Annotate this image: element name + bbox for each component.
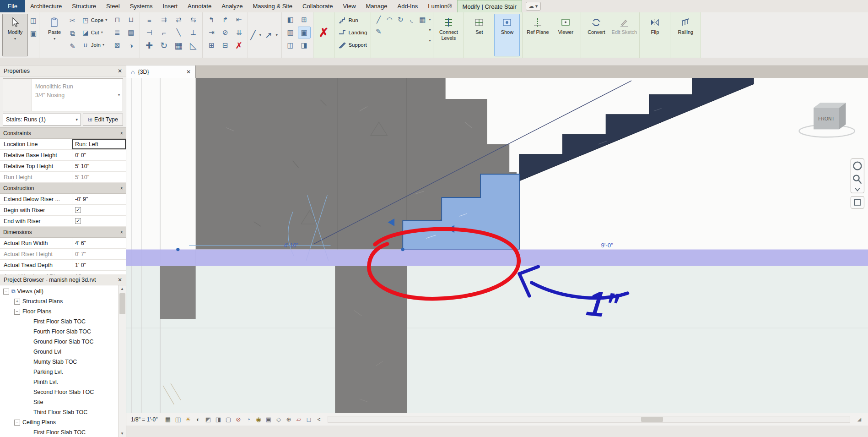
project-browser-titlebar[interactable]: Project Browser - manish negi 3d.rvt ✕ xyxy=(0,274,126,285)
u-shape-tool-icon[interactable]: ▦ xyxy=(417,14,427,26)
menu-tab-add-ins[interactable]: Add-Ins xyxy=(393,0,423,12)
properties-close-icon[interactable]: ✕ xyxy=(118,68,122,74)
apply-coping-icon[interactable]: ⊓ xyxy=(111,14,124,26)
unhide-icon[interactable]: ⊟ xyxy=(219,39,232,51)
tree-item-structural-plans[interactable]: +Structural Plans xyxy=(0,296,126,306)
flip-button[interactable]: Flip xyxy=(642,14,668,56)
pencil-tool-icon[interactable]: ✎ xyxy=(373,26,383,38)
tree-item-views-all[interactable]: −⧉Views (all) xyxy=(0,286,126,296)
select-box-icon[interactable]: ◫ xyxy=(30,15,37,27)
lower-icon[interactable]: ⇊ xyxy=(232,27,245,38)
paint-icon[interactable]: ◑ xyxy=(124,39,137,51)
beam-joins-icon[interactable]: ≣ xyxy=(111,27,124,38)
tree-item-second-floor-slab-toc[interactable]: Second Floor Slab TOC xyxy=(0,387,126,397)
view-tab-3d[interactable]: ⌂ {3D} ✕ xyxy=(126,66,196,78)
support-button[interactable]: Support xyxy=(337,38,368,51)
analytical-model-icon[interactable]: ◻ xyxy=(305,415,313,424)
scroll-down-icon[interactable]: ▼ xyxy=(119,430,126,437)
property-value[interactable]: 4' 6" xyxy=(72,238,126,248)
horizontal-scroll-thumb[interactable] xyxy=(641,417,663,422)
drawing-canvas[interactable]: 4'-10" 9'-0" FRONT xyxy=(126,78,868,413)
reveal-hidden-elements-icon[interactable]: ◉ xyxy=(254,415,263,424)
tree-item-ground-floor-slab-toc[interactable]: Ground Floor Slab TOC xyxy=(0,337,126,347)
rendering-dialog-icon[interactable]: ◩ xyxy=(204,415,213,424)
array-icon[interactable]: ▦ xyxy=(172,39,185,51)
unjoin-icon[interactable]: ⊘ xyxy=(219,27,232,38)
menu-tab-file[interactable]: File xyxy=(0,0,25,12)
insulation-icon[interactable]: ◫ xyxy=(284,39,297,51)
property-value[interactable]: 0' 0" xyxy=(72,150,126,160)
tree-item-mumty-slab-toc[interactable]: Mumty Slab TOC xyxy=(0,357,126,367)
properties-titlebar[interactable]: Properties ✕ xyxy=(0,66,126,76)
detail-level-icon[interactable]: ▦ xyxy=(164,415,173,424)
wall-joins-icon[interactable]: ▤ xyxy=(124,27,137,38)
set-button[interactable]: Set xyxy=(466,14,492,56)
aligned-dimension-icon[interactable]: ↗ xyxy=(265,29,272,41)
convert-button[interactable]: Convert xyxy=(583,14,609,56)
slab-highlight[interactable] xyxy=(126,250,868,266)
property-value[interactable]: 5' 10" xyxy=(72,161,126,171)
menu-tab-insert[interactable]: Insert xyxy=(158,0,183,12)
trim-multi-icon[interactable]: ↱ xyxy=(219,14,232,26)
extend-multi-icon[interactable]: ⇥ xyxy=(205,27,218,38)
hide-crop-region-icon[interactable]: ⊘ xyxy=(234,415,243,424)
collapse-icon[interactable]: − xyxy=(14,309,20,315)
copy-to-clipboard-icon[interactable]: ⧉ xyxy=(70,27,75,39)
property-value[interactable]: 0' 7" xyxy=(72,249,126,259)
ref-plane-button[interactable]: Ref Plane xyxy=(525,14,550,56)
edit-sketch-button[interactable]: Edit Sketch xyxy=(611,14,637,56)
measure-dropdown-icon[interactable]: ▾ xyxy=(258,29,263,41)
scroll-thumb[interactable] xyxy=(119,293,125,314)
visual-style-icon[interactable]: ◫ xyxy=(174,415,183,424)
expand-icon[interactable]: + xyxy=(14,299,20,305)
cloud-share-button[interactable]: ☁ ▾ xyxy=(526,2,541,11)
run-start-handle[interactable] xyxy=(401,248,404,251)
project-browser-close-icon[interactable]: ✕ xyxy=(118,277,122,283)
create-assembly-icon[interactable]: ▥ xyxy=(284,27,297,38)
move-icon[interactable]: ✚ xyxy=(142,39,156,51)
property-group-construction[interactable]: Construction» xyxy=(0,183,126,194)
scroll-corner-button[interactable]: ◢ xyxy=(855,415,863,424)
displacement-sets-icon[interactable]: ⊕ xyxy=(285,415,293,424)
tree-item-plinth-lvl[interactable]: Plinth Lvl. xyxy=(0,377,126,387)
create-parts-icon[interactable]: ▣ xyxy=(298,27,311,38)
edit-type-button[interactable]: ⊞ Edit Type xyxy=(83,114,123,126)
create-similar-icon[interactable]: ◧ xyxy=(284,14,297,26)
property-value[interactable]: 1' 0" xyxy=(72,260,126,270)
modify-button[interactable]: Modify ▾ xyxy=(2,14,28,56)
property-value[interactable]: Run: Left xyxy=(72,139,126,149)
view-tab-close-icon[interactable]: ✕ xyxy=(186,69,191,75)
draw-dropdown-3-icon[interactable]: ▾ xyxy=(429,38,431,43)
line-tool-icon[interactable]: ╱ xyxy=(373,14,383,26)
collapse-icon[interactable]: − xyxy=(3,289,9,295)
project-browser-scrollbar[interactable]: ▲ ▼ xyxy=(118,285,126,437)
menu-tab-analyze[interactable]: Analyze xyxy=(216,0,248,12)
tree-item-ceiling-plans[interactable]: −Ceiling Plans xyxy=(0,417,126,427)
mirror-draw-icon[interactable]: ⇆ xyxy=(186,14,200,26)
shadows-icon[interactable]: ◐ xyxy=(194,415,203,424)
element-filter-combo[interactable]: Stairs: Runs (1) ▾ xyxy=(3,114,81,126)
trim-single-icon[interactable]: ↰ xyxy=(205,14,218,26)
temporary-dimension-short[interactable]: 4'-10" xyxy=(284,242,298,249)
trim-corner-icon[interactable]: ⌐ xyxy=(157,27,171,38)
property-value[interactable]: 10 xyxy=(72,271,126,274)
collapse-icon[interactable]: − xyxy=(14,420,20,426)
offset-icon[interactable]: ⇉ xyxy=(157,14,171,26)
run-button[interactable]: Run xyxy=(337,14,368,26)
temporary-dimension-long[interactable]: 9'-0" xyxy=(601,242,613,249)
measure-between-refs-icon[interactable]: ╱ xyxy=(250,29,255,41)
view-cube-front-label[interactable]: FRONT xyxy=(818,116,835,121)
paste-button[interactable]: Paste ▾ xyxy=(42,14,67,56)
view-scale[interactable]: 1/8" = 1'-0" xyxy=(131,416,158,423)
show-button[interactable]: Show xyxy=(494,14,520,56)
match-type-icon[interactable]: ✎ xyxy=(70,40,75,52)
cope-button[interactable]: ◳ Cope ▾ xyxy=(81,14,109,26)
column-section[interactable] xyxy=(160,266,196,319)
property-group-dimensions[interactable]: Dimensions» xyxy=(0,227,126,238)
tree-item-ground-lvl[interactable]: Ground Lvl xyxy=(0,347,126,357)
pin-icon[interactable]: ⊥ xyxy=(186,27,200,38)
tree-item-first-floor-slab-toc[interactable]: First Floor Slab TOC xyxy=(0,317,126,327)
activate-controls-icon[interactable]: ▣ xyxy=(30,27,37,39)
wall-below-slab[interactable] xyxy=(335,266,407,413)
menu-tab-manage[interactable]: Manage xyxy=(361,0,393,12)
